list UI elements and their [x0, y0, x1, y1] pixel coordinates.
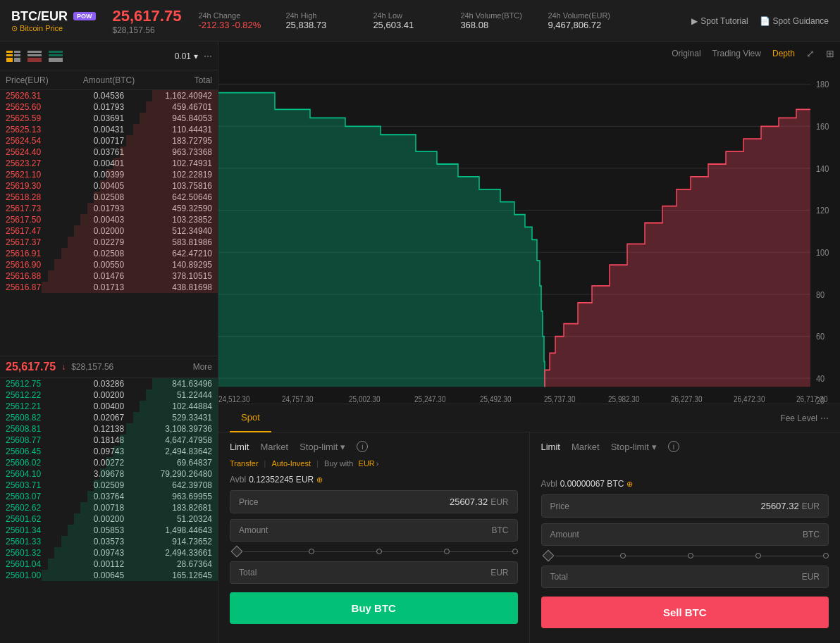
- sell-slider[interactable]: [541, 551, 829, 560]
- buy-slider-track: [244, 551, 515, 552]
- buy-btc-button[interactable]: Buy BTC: [230, 592, 518, 624]
- sell-avbl-plus-icon[interactable]: ⊕: [626, 480, 633, 489]
- chart-view-trading[interactable]: Trading View: [712, 49, 761, 58]
- fee-level[interactable]: Fee Level ⋯: [780, 413, 829, 423]
- chart-view-depth[interactable]: Depth: [772, 49, 795, 58]
- ask-price: 25617.47: [6, 226, 75, 236]
- buy-order-limit[interactable]: Limit: [230, 442, 249, 452]
- ask-bar: [61, 248, 218, 259]
- buy-slider-dot-50[interactable]: [376, 549, 382, 554]
- ob-more-icon[interactable]: ⋯: [204, 51, 212, 61]
- bid-row[interactable]: 25608.82 0.02067 529.33431: [0, 412, 218, 423]
- tab-spot[interactable]: Spot: [230, 404, 271, 432]
- ask-row[interactable]: 25617.73 0.01793 459.32590: [0, 203, 218, 214]
- sell-order-limit[interactable]: Limit: [541, 442, 560, 452]
- spot-tutorial-btn[interactable]: ▶ Spot Tutorial: [691, 16, 748, 26]
- ask-row[interactable]: 25625.13 0.00431 110.44431: [0, 124, 218, 135]
- mid-price-more[interactable]: More: [193, 362, 212, 372]
- sell-slider-dot-75[interactable]: [755, 553, 761, 558]
- ob-decimal-selector[interactable]: 0.01 ▾: [175, 51, 198, 61]
- sell-order-market[interactable]: Market: [572, 442, 600, 452]
- chart-expand-icon[interactable]: ⤢: [806, 48, 815, 59]
- price-usd: $28,157.56: [113, 25, 182, 35]
- ask-row[interactable]: 25625.60 0.01793 459.46701: [0, 101, 218, 113]
- svg-text:25,982.30: 25,982.30: [608, 394, 639, 404]
- ob-view-both[interactable]: [6, 50, 21, 63]
- spot-guidance-btn[interactable]: 📄 Spot Guidance: [760, 16, 829, 26]
- sell-slider-dot-50[interactable]: [688, 553, 693, 558]
- sell-amount-field[interactable]: Amount BTC: [541, 523, 829, 546]
- sell-btc-button[interactable]: Sell BTC: [541, 597, 829, 628]
- bid-row[interactable]: 25612.22 0.00200 51.22444: [0, 389, 218, 401]
- ask-row[interactable]: 25619.30 0.00405 103.75816: [0, 180, 218, 192]
- svg-text:25,002.30: 25,002.30: [349, 394, 380, 404]
- bid-row[interactable]: 25606.45 0.09743 2,494.83642: [0, 446, 218, 457]
- bid-row[interactable]: 25606.02 0.00272 69.64837: [0, 457, 218, 468]
- ask-row[interactable]: 25625.59 0.03691 945.84053: [0, 113, 218, 124]
- buy-slider[interactable]: [230, 547, 518, 556]
- ask-row[interactable]: 25616.87 0.01713 438.81698: [0, 282, 218, 293]
- ask-row[interactable]: 25624.40 0.03761 963.73368: [0, 146, 218, 158]
- bid-price: 25602.62: [6, 503, 75, 513]
- ask-row[interactable]: 25616.90 0.00550 140.89295: [0, 259, 218, 270]
- ask-row[interactable]: 25616.88 0.01476 378.10515: [0, 270, 218, 282]
- order-type-info-icon[interactable]: i: [357, 441, 368, 452]
- sell-total-unit: EUR: [802, 572, 820, 582]
- ask-row[interactable]: 25624.54 0.00717 183.72795: [0, 135, 218, 146]
- ob-view-asks[interactable]: [27, 50, 42, 63]
- sell-total-field[interactable]: Total EUR: [541, 566, 829, 588]
- ask-row[interactable]: 25616.91 0.02508 642.47210: [0, 248, 218, 259]
- buy-order-stop-limit[interactable]: Stop-limit ▾: [299, 442, 345, 452]
- ob-view-bids[interactable]: [48, 50, 63, 63]
- ask-row[interactable]: 25617.37 0.02279 583.81986: [0, 237, 218, 248]
- chart-grid-icon[interactable]: ⊞: [826, 48, 834, 59]
- sell-slider-track: [555, 556, 827, 556]
- bid-row[interactable]: 25601.34 0.05853 1,498.44643: [0, 525, 218, 536]
- bid-row[interactable]: 25603.71 0.02509 642.39708: [0, 480, 218, 491]
- avbl-plus-icon[interactable]: ⊕: [316, 475, 323, 485]
- bid-row[interactable]: 25601.33 0.03573 914.73652: [0, 536, 218, 547]
- bottom-tabs: Spot Fee Level ⋯: [218, 404, 840, 432]
- bid-row[interactable]: 25602.62 0.00718 183.82681: [0, 502, 218, 513]
- bid-row[interactable]: 25612.75 0.03286 841.63496: [0, 378, 218, 389]
- bid-row[interactable]: 25601.32 0.09743 2,494.33661: [0, 547, 218, 558]
- buy-slider-dot-100[interactable]: [512, 549, 518, 554]
- bid-row[interactable]: 25612.21 0.00400 102.44884: [0, 401, 218, 412]
- bid-row[interactable]: 25604.10 3.09678 79,290.26480: [0, 468, 218, 480]
- svg-text:26,227.30: 26,227.30: [671, 394, 702, 404]
- sell-order-stop-limit[interactable]: Stop-limit ▾: [611, 442, 657, 452]
- bid-bar: [140, 401, 218, 412]
- bid-row[interactable]: 25601.62 0.00200 51.20324: [0, 513, 218, 525]
- ask-row[interactable]: 25626.31 0.04536 1,162.40942: [0, 90, 218, 101]
- bid-row[interactable]: 25603.07 0.03764 963.69955: [0, 491, 218, 502]
- ask-amount: 0.01793: [75, 102, 144, 112]
- auto-invest-btn[interactable]: Auto-Invest: [271, 459, 311, 468]
- buy-with-btn[interactable]: Buy with EUR ›: [324, 459, 379, 468]
- ask-row[interactable]: 25618.28 0.02508 642.50646: [0, 192, 218, 203]
- buy-amount-field[interactable]: Amount BTC: [230, 519, 518, 542]
- bid-row[interactable]: 25608.81 0.12138 3,108.39736: [0, 423, 218, 435]
- sell-order-type-info-icon[interactable]: i: [668, 441, 679, 452]
- sell-slider-handle[interactable]: [542, 550, 554, 562]
- bid-row[interactable]: 25601.00 0.00645 165.12645: [0, 570, 218, 581]
- ask-row[interactable]: 25621.10 0.00399 102.22819: [0, 169, 218, 180]
- transfer-btn[interactable]: Transfer: [230, 459, 259, 468]
- ask-row[interactable]: 25617.47 0.02000 512.34940: [0, 225, 218, 237]
- buy-total-field[interactable]: Total EUR: [230, 561, 518, 584]
- bid-bar: [68, 525, 218, 536]
- buy-slider-dot-25[interactable]: [309, 549, 314, 554]
- ask-row[interactable]: 25623.27 0.00401 102.74931: [0, 158, 218, 169]
- bitcoin-price-link[interactable]: Bitcoin Price: [11, 24, 96, 33]
- bid-row[interactable]: 25601.04 0.00112 28.67364: [0, 558, 218, 570]
- sell-slider-dot-100[interactable]: [823, 553, 829, 558]
- chart-view-original[interactable]: Original: [672, 49, 700, 58]
- buy-slider-handle[interactable]: [231, 546, 243, 558]
- ask-row[interactable]: 25617.50 0.00403 103.23852: [0, 214, 218, 225]
- buy-order-market[interactable]: Market: [260, 442, 288, 452]
- svg-text:80: 80: [816, 289, 824, 300]
- buy-slider-dot-75[interactable]: [444, 549, 450, 554]
- ask-price: 25617.37: [6, 237, 75, 247]
- bid-row[interactable]: 25608.77 0.18148 4,647.47958: [0, 435, 218, 446]
- svg-rect-14: [49, 58, 63, 60]
- sell-slider-dot-25[interactable]: [620, 553, 626, 558]
